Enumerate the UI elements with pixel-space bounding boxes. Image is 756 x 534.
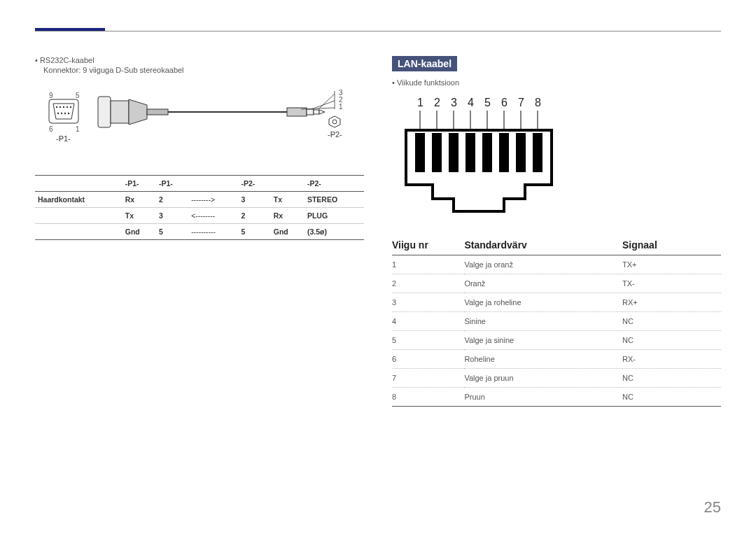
lan-heading: LAN-kaabel — [392, 56, 457, 71]
p1-label: -P1- — [56, 134, 71, 143]
table-row: 3Valge ja rohelineRX+ — [392, 293, 721, 312]
rj45-diagram: 1 2 3 4 5 6 7 8 — [392, 94, 574, 223]
table-row: Haardkontakt Rx 2 --------> 3 Tx STEREO — [35, 192, 364, 208]
rj45-num-3: 3 — [451, 97, 457, 108]
dsub-label-1: 1 — [76, 125, 80, 133]
pin-mapping-table: -P1- -P1- -P2- -P2- Haardkontakt Rx 2 --… — [35, 175, 364, 240]
svg-rect-39 — [533, 133, 542, 172]
table-row: -P1- -P1- -P2- -P2- — [35, 176, 364, 192]
p2-label: -P2- — [328, 130, 342, 139]
svg-rect-17 — [314, 110, 319, 114]
svg-marker-18 — [319, 110, 325, 114]
dsub-label-9: 9 — [49, 92, 53, 99]
rj45-num-7: 7 — [518, 97, 524, 108]
rj45-num-6: 6 — [501, 97, 507, 108]
svg-rect-0 — [49, 99, 78, 123]
svg-point-8 — [61, 113, 62, 114]
lan-head-color: Standardvärv — [464, 239, 622, 251]
svg-rect-36 — [482, 133, 492, 172]
svg-rect-12 — [111, 101, 129, 123]
dsub-label-5: 5 — [76, 92, 80, 99]
svg-marker-13 — [129, 99, 147, 125]
table-row: 7Valge ja pruunNC — [392, 369, 721, 388]
table-row: 2OranžTX- — [392, 274, 721, 293]
svg-rect-37 — [499, 133, 509, 172]
table-row: 5Valge ja sinineNC — [392, 331, 721, 350]
svg-rect-33 — [432, 133, 442, 172]
svg-point-7 — [57, 113, 59, 114]
table-row: Gnd 5 ---------- 5 Gnd (3.5ø) — [35, 224, 364, 240]
svg-marker-1 — [53, 104, 74, 119]
content-columns: RS232C-kaabel Konnektor: 9 viiguga D-Sub… — [35, 28, 721, 407]
right-column: LAN-kaabel Viikude funktsioon 1 2 3 4 5 … — [392, 56, 721, 407]
page-number: 25 — [704, 498, 721, 517]
rj45-icon — [406, 130, 552, 211]
svg-point-2 — [56, 106, 57, 108]
dsub-front-icon — [49, 99, 78, 123]
table-row: 1Valge ja oranžTX+ — [392, 255, 721, 274]
svg-point-9 — [64, 113, 66, 114]
svg-rect-35 — [465, 133, 475, 172]
svg-rect-34 — [449, 133, 458, 172]
table-row: Tx 3 <-------- 2 Rx PLUG — [35, 208, 364, 224]
dsub-label-6: 6 — [49, 125, 53, 133]
hex-nut-icon — [329, 116, 340, 127]
jack-label-1: 1 — [339, 103, 343, 111]
rs232-bullet: RS232C-kaabel — [35, 56, 364, 64]
rj45-num-2: 2 — [434, 97, 440, 108]
lan-table-header: Viigu nr Standardvärv Signaal — [392, 235, 721, 255]
svg-point-4 — [63, 106, 64, 108]
rs232-subline: Konnektor: 9 viiguga D-Sub stereokaabel — [43, 66, 364, 74]
svg-point-5 — [66, 106, 68, 108]
rj45-num-8: 8 — [535, 97, 541, 108]
svg-point-23 — [332, 120, 337, 124]
rj45-num-4: 4 — [468, 97, 474, 108]
svg-point-10 — [68, 113, 69, 114]
svg-point-6 — [70, 106, 71, 108]
svg-rect-32 — [415, 133, 425, 172]
table-row: 4SinineNC — [392, 312, 721, 331]
lan-bullet: Viikude funktsioon — [392, 78, 721, 87]
rj45-num-1: 1 — [417, 97, 424, 108]
svg-rect-14 — [147, 109, 168, 115]
table-row: 8PruunNC — [392, 388, 721, 407]
lan-head-signal: Signaal — [622, 239, 721, 251]
lan-table: 1Valge ja oranžTX+ 2OranžTX- 3Valge ja r… — [392, 255, 721, 407]
rs232-diagram: 9 5 6 1 -P1- — [35, 84, 364, 168]
table-row: 6RohelineRX- — [392, 350, 721, 369]
svg-point-3 — [59, 106, 61, 108]
left-column: RS232C-kaabel Konnektor: 9 viiguga D-Sub… — [35, 56, 364, 407]
dsub-side-icon — [98, 97, 168, 127]
svg-rect-38 — [516, 133, 526, 172]
header-rule — [35, 31, 721, 31]
svg-rect-16 — [307, 109, 314, 115]
lan-head-pin: Viigu nr — [392, 239, 464, 251]
svg-rect-11 — [98, 97, 111, 127]
rj45-num-5: 5 — [484, 97, 491, 108]
